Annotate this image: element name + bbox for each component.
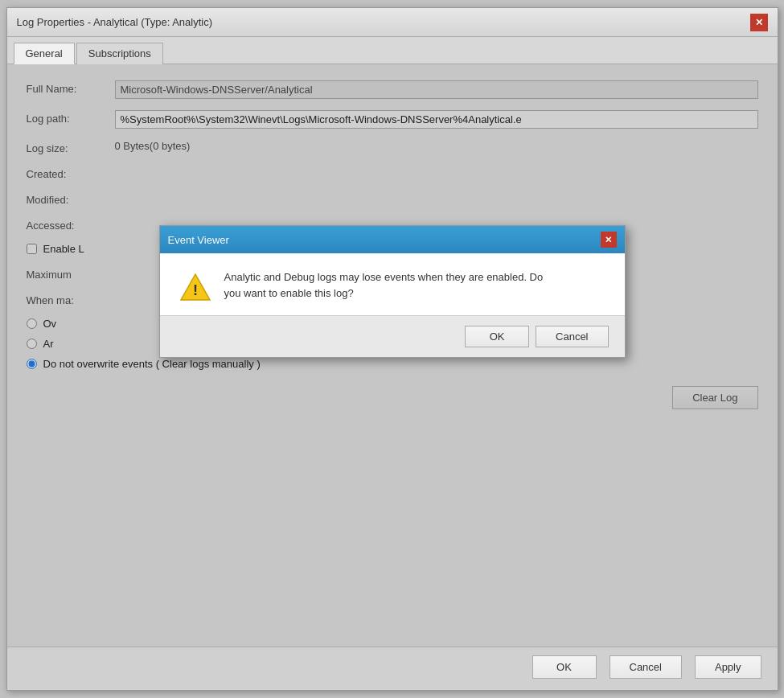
dialog-ok-button[interactable]: OK <box>465 326 529 347</box>
tab-subscriptions[interactable]: Subscriptions <box>76 43 163 64</box>
warning-icon: ! <box>179 269 211 306</box>
cancel-button[interactable]: Cancel <box>610 655 682 679</box>
overlay: Event Viewer ✕ ! Analytic and Debug logs <box>7 64 778 647</box>
main-footer: OK Cancel Apply <box>7 647 778 690</box>
dialog-body: ! Analytic and Debug logs may lose event… <box>160 253 625 315</box>
main-window: Log Properties - Analytical (Type: Analy… <box>6 7 778 691</box>
tabs-row: General Subscriptions <box>7 37 778 64</box>
content-area: Full Name: Microsoft-Windows-DNSServer/A… <box>7 64 778 647</box>
window-title: Log Properties - Analytical (Type: Analy… <box>17 16 213 28</box>
ok-button[interactable]: OK <box>532 655 597 679</box>
dialog-cancel-button[interactable]: Cancel <box>536 326 608 347</box>
dialog-title-bar: Event Viewer ✕ <box>160 226 625 253</box>
event-viewer-dialog: Event Viewer ✕ ! Analytic and Debug logs <box>159 225 626 358</box>
dialog-footer: OK Cancel <box>160 315 625 357</box>
tab-general[interactable]: General <box>14 43 75 64</box>
title-bar: Log Properties - Analytical (Type: Analy… <box>7 8 778 37</box>
window-close-button[interactable]: ✕ <box>750 14 768 31</box>
dialog-title: Event Viewer <box>168 234 229 246</box>
svg-text:!: ! <box>193 282 198 298</box>
dialog-message: Analytic and Debug logs may lose events … <box>224 269 544 301</box>
apply-button[interactable]: Apply <box>695 655 761 679</box>
dialog-close-button[interactable]: ✕ <box>601 232 617 248</box>
